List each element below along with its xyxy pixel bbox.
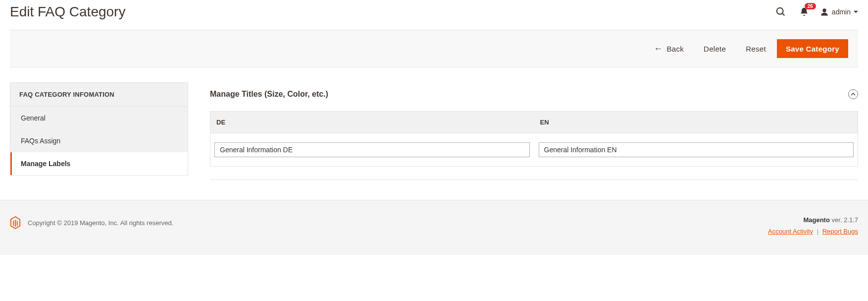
sidebar: FAQ CATEGORY INFOMATION General FAQs Ass…	[10, 82, 188, 176]
main-content: Manage Titles (Size, Color, etc.) DE EN	[210, 82, 858, 180]
sidebar-item-manage-labels[interactable]: Manage Labels	[10, 152, 188, 175]
user-menu[interactable]: admin	[820, 7, 858, 16]
separator: |	[817, 228, 818, 235]
svg-point-2	[822, 8, 826, 12]
header-actions: 26 admin	[773, 4, 858, 19]
column-header-en: EN	[534, 112, 858, 133]
titles-table: DE EN	[210, 111, 858, 167]
column-header-de: DE	[210, 112, 534, 133]
arrow-left-icon: ←	[654, 44, 663, 53]
magento-logo-icon	[10, 216, 21, 229]
section-divider	[210, 180, 858, 180]
report-bugs-link[interactable]: Report Bugs	[822, 228, 858, 235]
sidebar-item-faqs-assign[interactable]: FAQs Assign	[10, 129, 188, 152]
svg-line-1	[782, 13, 785, 16]
reset-button[interactable]: Reset	[737, 39, 775, 58]
table-head: DE EN	[210, 111, 858, 133]
section-header[interactable]: Manage Titles (Size, Color, etc.)	[210, 82, 858, 106]
svg-point-0	[777, 8, 783, 14]
copyright-text: Copyright © 2019 Magento, Inc. All right…	[28, 219, 173, 227]
back-button[interactable]: ← Back	[645, 39, 693, 58]
account-activity-link[interactable]: Account Activity	[768, 228, 813, 235]
notification-badge: 26	[805, 3, 816, 9]
delete-button[interactable]: Delete	[695, 39, 735, 58]
chevron-up-icon	[851, 92, 856, 97]
search-button[interactable]	[773, 4, 788, 19]
footer: Copyright © 2019 Magento, Inc. All right…	[0, 200, 868, 255]
user-icon	[820, 7, 829, 16]
page-title: Edit FAQ Category	[10, 4, 125, 20]
action-bar: ← Back Delete Reset Save Category	[10, 30, 858, 67]
title-input-en[interactable]	[539, 142, 854, 157]
section-title: Manage Titles (Size, Color, etc.)	[210, 90, 328, 99]
notifications-button[interactable]: 26	[797, 5, 811, 19]
collapse-button[interactable]	[848, 89, 858, 99]
search-icon	[775, 6, 786, 17]
sidebar-item-general[interactable]: General	[10, 107, 188, 129]
sidebar-header: FAQ CATEGORY INFOMATION	[10, 83, 188, 107]
save-button[interactable]: Save Category	[777, 39, 848, 58]
version-label: Magento ver. 2.1.7	[768, 216, 858, 224]
user-name: admin	[832, 8, 851, 16]
caret-down-icon	[854, 10, 858, 14]
title-input-de[interactable]	[214, 142, 530, 157]
back-button-label: Back	[666, 45, 684, 53]
table-row	[210, 133, 858, 167]
